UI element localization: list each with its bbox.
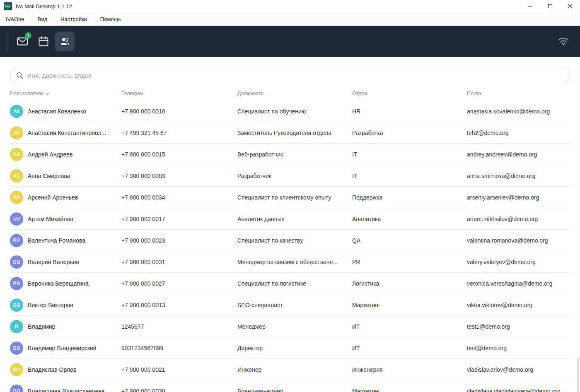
- contact-department: Инженерия: [352, 366, 467, 373]
- menu-item-1[interactable]: IVAOne: [6, 16, 24, 22]
- contact-email: andrey.andreev@demo.org: [467, 151, 570, 158]
- chevron-down-icon: [45, 92, 50, 95]
- contacts-icon: [59, 36, 70, 47]
- close-icon: [568, 4, 573, 9]
- contact-name: Владислав Орлов: [28, 366, 83, 373]
- contact-name: Анастасия Константинопол...: [28, 130, 113, 136]
- table-row[interactable]: АА Андрей Андреев +7 900 000 0015 Веб-ра…: [10, 144, 570, 165]
- avatar: АА: [10, 191, 23, 204]
- contact-phone: +7 499 321 45 67: [121, 130, 237, 136]
- contact-position: Специалист по качеству: [237, 237, 352, 244]
- contact-phone: +7 900 000 0027: [121, 280, 237, 287]
- contact-phone: 1245677: [121, 323, 237, 330]
- search-input[interactable]: [27, 72, 564, 79]
- column-header-email[interactable]: Почта: [467, 91, 570, 96]
- window-controls: [520, 0, 580, 12]
- contact-phone: +7 900 000 0031: [121, 259, 237, 265]
- contact-department: ИТ: [352, 345, 467, 351]
- table-row[interactable]: ВВ Валерий Валерьев +7 900 000 0031 Мене…: [10, 251, 570, 273]
- column-header-position[interactable]: Должность: [237, 91, 352, 96]
- search-bar: [10, 68, 570, 83]
- contact-name: Валентина Романова: [28, 237, 92, 244]
- contact-position: Веб-разработчик: [237, 151, 352, 158]
- app-logo-icon: IVA: [4, 2, 12, 10]
- table-header: Пользователь Телефон Должность Отдел Поч…: [10, 87, 570, 101]
- contact-name: Анна Смирнова: [28, 173, 77, 179]
- contact-position: Менеджер по связям с общественн...: [237, 259, 352, 265]
- contact-department: IT: [352, 173, 467, 179]
- table-row[interactable]: АС Анна Смирнова +7 900 000 0003 Разрабо…: [10, 165, 570, 187]
- contact-email: anna.smirnova@demo.org: [467, 173, 570, 179]
- avatar: ВВ: [10, 255, 23, 269]
- contact-phone: +7 900 000 0038: [121, 388, 237, 392]
- menu-item-3[interactable]: Настройки: [60, 16, 87, 22]
- menu-item-4[interactable]: Помощь: [100, 16, 121, 22]
- contact-email: anastasia.kovalenko@demo.org: [467, 108, 570, 115]
- contact-department: IT: [352, 151, 467, 158]
- column-header-user[interactable]: Пользователь: [10, 91, 121, 96]
- search-icon: [16, 72, 23, 79]
- contact-department: Маркетинг: [352, 302, 467, 308]
- avatar: ВВ: [10, 298, 23, 312]
- contact-name: Андрей Андреев: [28, 151, 80, 158]
- avatar: АК: [10, 126, 23, 139]
- table-row[interactable]: ВВ Владислава Владиславцева +7 900 000 0…: [10, 380, 570, 392]
- contact-department: HR: [352, 108, 467, 115]
- contact-department: Маркетинг: [352, 388, 467, 392]
- scrollbar-thumb[interactable]: [577, 357, 579, 392]
- contact-phone: +7 900 000 0015: [121, 151, 237, 158]
- maximize-button[interactable]: [540, 0, 560, 12]
- contact-position: Аналитик данных: [237, 216, 352, 222]
- minimize-button[interactable]: [520, 0, 540, 12]
- calendar-tab-button[interactable]: [34, 31, 53, 51]
- avatar: ВВ: [10, 385, 23, 392]
- table-row[interactable]: АА Арсений Арсеньев +7 900 000 0034 Спец…: [10, 187, 570, 208]
- contact-email: vladislav.orlov@demo.org: [467, 366, 570, 373]
- avatar: В: [10, 320, 23, 333]
- maximize-icon: [548, 4, 553, 9]
- contact-name: Арсений Арсеньев: [28, 194, 85, 201]
- contact-name: Вероника Верещагина: [28, 280, 95, 287]
- contact-position: Специалист по клиентскому опыту: [237, 194, 352, 201]
- contact-email: test@demo.org: [467, 345, 570, 351]
- contact-phone: +7 900 000 0021: [121, 366, 237, 373]
- contact-position: Специалист по логистике: [237, 280, 352, 287]
- contact-name: Анастасия Коваленко: [28, 108, 93, 115]
- contact-position: SEO-специалист: [237, 302, 352, 308]
- table-row[interactable]: АК Анастасия Коваленко +7 900 000 0018 С…: [10, 101, 570, 122]
- table-row[interactable]: АК Анастасия Константинопол... +7 499 32…: [10, 122, 570, 144]
- contact-phone: +7 900 000 0003: [121, 173, 237, 179]
- contact-department: PR: [352, 259, 467, 265]
- mail-unread-badge: 1: [25, 32, 31, 39]
- table-row[interactable]: В Владимир 1245677 Менеджер ИТ test1@dem…: [10, 316, 570, 337]
- table-row[interactable]: ВВ Вероника Верещагина +7 900 000 0027 С…: [10, 273, 570, 294]
- contact-department: Разработка: [352, 130, 467, 136]
- table-row[interactable]: ВО Владислав Орлов +7 900 000 0021 Инжен…: [10, 359, 570, 380]
- column-header-phone[interactable]: Телефон: [121, 91, 237, 96]
- contact-position: Специалист по обучению: [237, 108, 352, 115]
- table-row[interactable]: ВР Валентина Романова +7 900 000 0023 Сп…: [10, 230, 570, 251]
- contact-email: test1@demo.org: [467, 323, 570, 330]
- drag-handle[interactable]: [7, 32, 7, 51]
- table-row[interactable]: АМ Артем Михайлов +7 900 000 0017 Аналит…: [10, 208, 570, 230]
- contact-phone: +7 900 000 0034: [121, 194, 237, 201]
- contact-email: valentina.romanova@demo.org: [467, 237, 570, 244]
- column-header-department[interactable]: Отдел: [352, 91, 467, 96]
- menu-item-2[interactable]: Вид: [38, 16, 48, 22]
- contact-position: Бренд-менеджер: [237, 388, 352, 392]
- avatar: ВВ: [10, 341, 23, 355]
- mail-tab-button[interactable]: 1: [12, 31, 32, 51]
- contact-position: Менеджер: [237, 323, 352, 330]
- contact-email: viktor.viktorov@demo.org: [467, 302, 570, 308]
- contacts-tab-button[interactable]: [55, 31, 75, 51]
- main-toolbar: 1: [0, 26, 580, 57]
- contact-department: Поддержка: [352, 194, 467, 201]
- table-row[interactable]: ВВ Виктор Викторов +7 900 000 0013 SEO-с…: [10, 294, 570, 316]
- contact-phone: +7 900 000 0017: [121, 216, 237, 222]
- contact-phone: +7 900 000 0018: [121, 108, 237, 115]
- calendar-icon: [38, 36, 49, 47]
- close-button[interactable]: [560, 0, 580, 12]
- contact-department: ИТ: [352, 323, 467, 330]
- table-row[interactable]: ВВ Владимир Владимирский 9031234567899 Д…: [10, 337, 570, 359]
- contact-position: Разработчик: [237, 173, 352, 179]
